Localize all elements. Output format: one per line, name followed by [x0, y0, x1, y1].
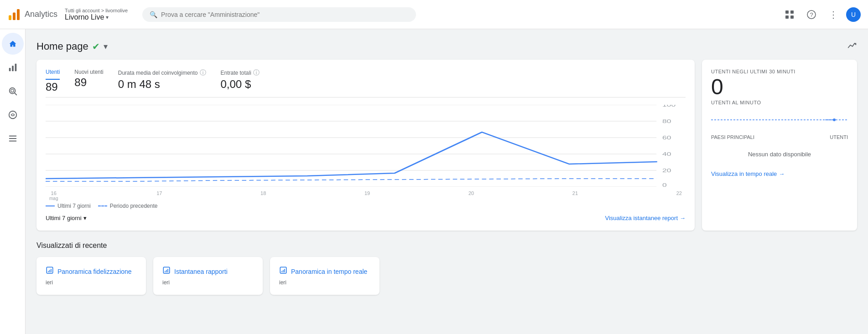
main-content: Home page ✔ ▾ Utenti 89 Nuovi utenti 8	[26, 29, 868, 334]
svg-rect-4	[790, 10, 794, 14]
x-label-16: 16 mag	[49, 190, 58, 201]
svg-point-34	[833, 118, 836, 121]
svg-rect-17	[9, 136, 16, 137]
chart-container: 100 80 60 40 20 0	[46, 105, 686, 187]
recent-card-1[interactable]: Istantanea rapporti ieri	[153, 257, 263, 295]
search-icon: 🔍	[150, 11, 157, 18]
realtime-view-label: Visualizza in tempo reale	[711, 170, 777, 177]
sidebar-item-configure[interactable]	[2, 128, 24, 149]
page-title-dropdown-icon[interactable]: ▾	[104, 41, 108, 51]
svg-rect-45	[283, 270, 284, 272]
realtime-value: 0	[711, 76, 848, 98]
sidebar-item-reports[interactable]	[2, 57, 24, 78]
realtime-view-link[interactable]: Visualizza in tempo reale →	[711, 170, 848, 177]
avatar[interactable]: U	[846, 7, 861, 22]
metric-nuovi-utenti[interactable]: Nuovi utenti 89	[74, 69, 103, 93]
account-name: Livorno Live	[65, 13, 104, 21]
coinvolgimento-help-icon[interactable]: ⓘ	[200, 69, 206, 77]
more-icon: ⋮	[829, 9, 838, 20]
realtime-footer: Visualizza in tempo reale →	[711, 170, 848, 177]
legend-previous: Periodo precedente	[98, 203, 158, 209]
recent-card-1-title: Istantanea rapporti	[162, 266, 254, 277]
cards-row: Utenti 89 Nuovi utenti 89 Durata media d…	[36, 60, 857, 231]
search-bar[interactable]: 🔍	[142, 7, 416, 22]
svg-rect-0	[9, 15, 11, 20]
page-header: Home page ✔ ▾	[36, 40, 857, 52]
svg-point-16	[9, 111, 16, 119]
svg-rect-10	[9, 68, 10, 71]
svg-text:?: ?	[810, 11, 813, 18]
svg-rect-18	[9, 138, 16, 139]
svg-text:60: 60	[662, 135, 671, 140]
apps-button[interactable]	[780, 5, 799, 24]
svg-rect-37	[49, 270, 50, 272]
top-navigation: Analytics Tutti gli account > livornoliv…	[0, 0, 868, 29]
realtime-title: UTENTI NEGLI ULTIMI 30 MINUTI	[711, 69, 848, 74]
sidebar-item-explore[interactable]	[2, 80, 24, 102]
legend-previous-line	[98, 206, 107, 206]
legend-previous-label: Periodo precedente	[110, 203, 158, 209]
realtime-mini-chart	[711, 111, 848, 129]
recent-card-2[interactable]: Panoramica in tempo reale ieri	[270, 257, 379, 295]
metric-nuovi-utenti-label: Nuovi utenti	[74, 69, 103, 75]
svg-rect-1	[13, 12, 16, 20]
list-icon	[8, 134, 18, 144]
report-icon-0	[46, 266, 54, 277]
metric-utenti[interactable]: Utenti 89	[46, 69, 60, 93]
metric-coinvolgimento-label: Durata media del coinvolgimento ⓘ	[118, 69, 206, 77]
report-icon-1	[162, 266, 171, 277]
account-dropdown-arrow: ▾	[106, 14, 109, 21]
svg-rect-6	[790, 15, 794, 19]
metric-utenti-label: Utenti	[46, 69, 60, 80]
x-label-19: 19	[364, 190, 370, 201]
realtime-card: UTENTI NEGLI ULTIMI 30 MINUTI 0 UTENTI A…	[702, 60, 857, 231]
svg-rect-44	[281, 271, 282, 272]
recent-card-0[interactable]: Panoramica fidelizzazione ieri	[36, 257, 146, 295]
view-report-label: Visualizza istantanee report	[605, 215, 678, 221]
recent-section: Visualizzati di recente Panoramica fidel…	[36, 242, 857, 295]
sidebar-item-home[interactable]	[2, 33, 24, 55]
svg-rect-36	[48, 271, 49, 272]
more-button[interactable]: ⋮	[824, 5, 842, 24]
chart-footer: Ultimi 7 giorni ▾ Visualizza istantanee …	[46, 215, 686, 221]
realtime-table-header: PAESI PRINCIPALI UTENTI	[711, 134, 848, 140]
svg-line-14	[15, 93, 16, 95]
svg-rect-41	[166, 270, 167, 272]
entrate-help-icon[interactable]: ⓘ	[253, 69, 260, 77]
recent-card-0-date: ieri	[46, 279, 137, 286]
svg-text:40: 40	[662, 151, 671, 157]
recent-card-2-date: ieri	[279, 279, 370, 286]
breadcrumb-top: Tutti gli account > livornolive	[65, 8, 128, 13]
account-selector[interactable]: Livorno Live ▾	[65, 13, 128, 21]
recent-card-0-title: Panoramica fidelizzazione	[46, 266, 137, 277]
metric-entrate-label: Entrate totali ⓘ	[221, 69, 260, 77]
date-range-selector[interactable]: Ultimi 7 giorni ▾	[46, 215, 87, 221]
page-title-area: Home page ✔ ▾	[36, 41, 108, 52]
search-input[interactable]	[161, 11, 409, 18]
recent-card-1-date: ieri	[162, 279, 254, 286]
recent-card-2-title: Panoramica in tempo reale	[279, 266, 370, 277]
view-report-link[interactable]: Visualizza istantanee report →	[605, 215, 686, 221]
breadcrumb-area: Tutti gli account > livornolive Livorno …	[65, 8, 128, 21]
metric-coinvolgimento-value: 0 m 48 s	[118, 78, 206, 91]
realtime-view-arrow: →	[779, 170, 785, 177]
apps-icon	[785, 10, 794, 19]
realtime-countries-header: PAESI PRINCIPALI	[711, 134, 754, 140]
metric-utenti-value: 89	[46, 81, 60, 93]
metric-coinvolgimento[interactable]: Durata media del coinvolgimento ⓘ 0 m 48…	[118, 69, 206, 93]
sidebar-item-advertising[interactable]	[2, 104, 24, 126]
svg-text:0: 0	[662, 182, 667, 187]
legend-current: Ultimi 7 giorni	[46, 203, 91, 209]
bar-chart-icon	[8, 62, 18, 72]
chart-x-labels: 16 mag 17 18 19 20 21 22	[46, 190, 686, 201]
svg-text:80: 80	[662, 118, 671, 124]
compare-icon[interactable]	[847, 40, 857, 52]
svg-rect-2	[17, 9, 20, 20]
compare-chart-icon	[847, 40, 857, 50]
svg-rect-19	[9, 141, 16, 142]
svg-rect-3	[785, 10, 789, 14]
realtime-users-header: UTENTI	[830, 134, 848, 140]
help-button[interactable]: ?	[802, 5, 821, 24]
logo-area: Analytics	[7, 8, 65, 21]
metric-entrate[interactable]: Entrate totali ⓘ 0,00 $	[221, 69, 260, 93]
